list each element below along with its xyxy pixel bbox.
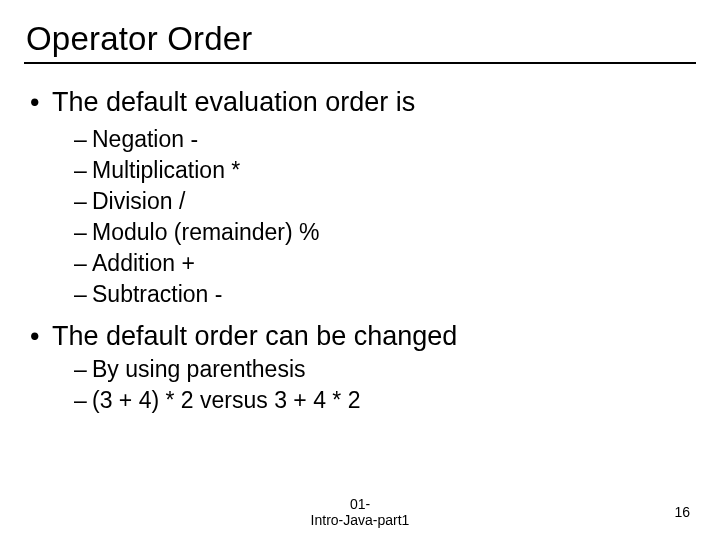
- dash-icon: –: [74, 354, 92, 385]
- dash-icon: –: [74, 124, 92, 155]
- sub-item: –Negation -: [74, 124, 696, 155]
- bullet-dot-icon: •: [30, 86, 52, 120]
- footer-line2: Intro-Java-part1: [311, 512, 410, 528]
- bullet-2-text: The default order can be changed: [52, 321, 457, 351]
- dash-icon: –: [74, 155, 92, 186]
- bullet-1: •The default evaluation order is: [30, 86, 696, 120]
- bullet-2: •The default order can be changed: [30, 320, 696, 354]
- sub-text: (3 + 4) * 2 versus 3 + 4 * 2: [92, 387, 360, 413]
- sub-text: Subtraction -: [92, 281, 222, 307]
- sub-text: Addition +: [92, 250, 195, 276]
- bullet-1-text: The default evaluation order is: [52, 87, 415, 117]
- dash-icon: –: [74, 385, 92, 416]
- dash-icon: –: [74, 248, 92, 279]
- sub-item: –Division /: [74, 186, 696, 217]
- slide-title: Operator Order: [24, 20, 696, 64]
- dash-icon: –: [74, 279, 92, 310]
- sub-text: By using parenthesis: [92, 356, 306, 382]
- sub-text: Modulo (remainder) %: [92, 219, 320, 245]
- sub-item: –By using parenthesis: [74, 354, 696, 385]
- dash-icon: –: [74, 217, 92, 248]
- sub-item: –Modulo (remainder) %: [74, 217, 696, 248]
- sub-item: –Addition +: [74, 248, 696, 279]
- sub-text: Negation -: [92, 126, 198, 152]
- dash-icon: –: [74, 186, 92, 217]
- sub-item: –Subtraction -: [74, 279, 696, 310]
- sub-text: Division /: [92, 188, 185, 214]
- footer: 01- Intro-Java-part1: [0, 496, 720, 528]
- bullet-dot-icon: •: [30, 320, 52, 354]
- page-number: 16: [674, 504, 690, 520]
- sub-text: Multiplication *: [92, 157, 240, 183]
- sub-item: –(3 + 4) * 2 versus 3 + 4 * 2: [74, 385, 696, 416]
- sub-item: –Multiplication *: [74, 155, 696, 186]
- footer-line1: 01-: [350, 496, 370, 512]
